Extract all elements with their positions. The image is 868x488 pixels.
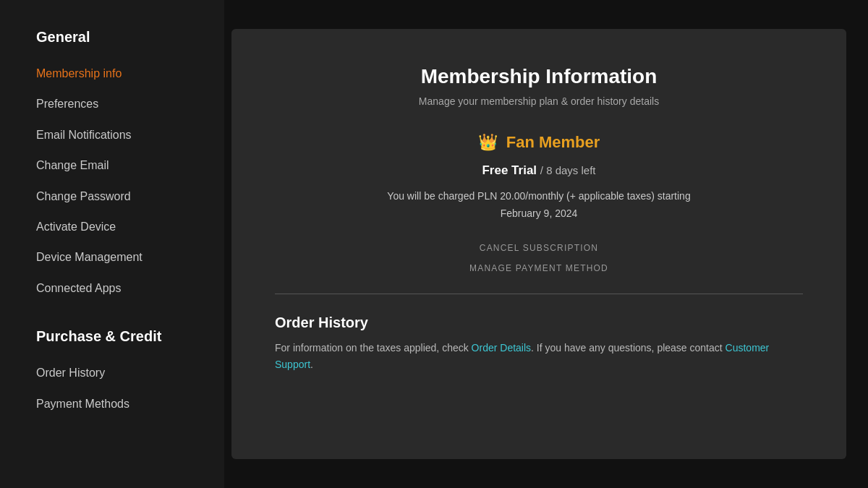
sidebar-item-connected-apps[interactable]: Connected Apps [36,273,224,304]
sidebar-item-membership-info[interactable]: Membership info [36,59,224,89]
trial-label: Free Trial [482,163,537,177]
sidebar-item-activate-device[interactable]: Activate Device [36,212,224,242]
sidebar-item-email-notifications[interactable]: Email Notifications [36,120,224,150]
order-history-text2: . If you have any questions, please cont… [531,342,726,354]
manage-payment-link[interactable]: MANAGE PAYMENT METHOD [275,263,803,273]
trial-info: Free Trial / 8 days left [275,163,803,178]
cancel-subscription-link[interactable]: CANCEL SUBSCRIPTION [275,243,803,253]
order-details-link[interactable]: Order Details [472,342,531,354]
order-history-section: Order History For information on the tax… [275,314,803,374]
sidebar-item-payment-methods[interactable]: Payment Methods [36,389,224,419]
order-history-text1: For information on the taxes applied, ch… [275,342,472,354]
member-badge: 👑 Fan Member [275,133,803,152]
sidebar-general-heading: General [36,29,224,46]
order-history-description: For information on the taxes applied, ch… [275,340,803,374]
section-divider [275,294,803,294]
sidebar-item-change-email[interactable]: Change Email [36,150,224,181]
page-subtitle: Manage your membership plan & order hist… [275,95,803,107]
order-history-text3: . [310,359,313,370]
member-type-label: Fan Member [506,133,600,151]
charge-line1: You will be charged PLN 20.00/monthly (+… [387,190,690,202]
member-badge-text: 👑 Fan Member [478,133,600,151]
sidebar: General Membership info Preferences Emai… [0,0,224,488]
sidebar-item-change-password[interactable]: Change Password [36,181,224,212]
charge-info: You will be charged PLN 20.00/monthly (+… [275,188,803,223]
order-history-title: Order History [275,314,803,331]
sidebar-purchase-heading: Purchase & Credit [36,328,224,345]
crown-icon: 👑 [478,133,498,151]
trial-days: / 8 days left [540,164,596,176]
sidebar-section-divider [36,304,224,321]
sidebar-item-device-management[interactable]: Device Management [36,242,224,273]
page-title: Membership Information [275,65,803,88]
sidebar-item-preferences[interactable]: Preferences [36,89,224,119]
main-panel: Membership Information Manage your membe… [231,29,846,459]
sidebar-item-order-history[interactable]: Order History [36,358,224,388]
charge-date: February 9, 2024 [501,207,578,219]
